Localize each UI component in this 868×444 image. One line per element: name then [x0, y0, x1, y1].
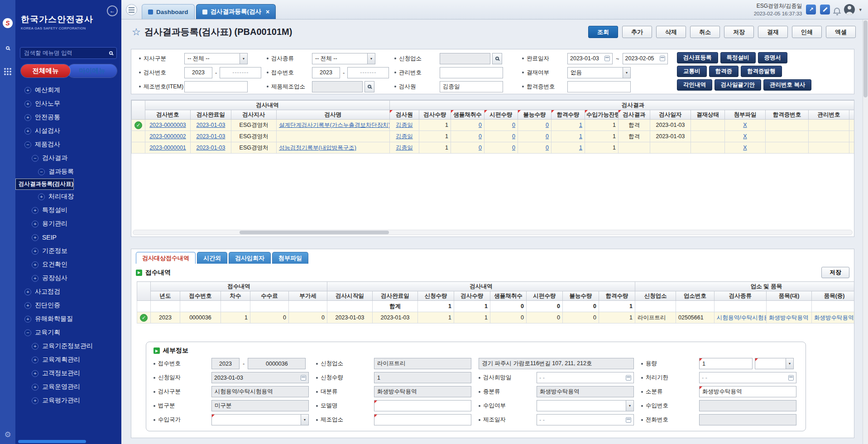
- filter-action-button[interactable]: 검사일괄기안: [715, 79, 761, 91]
- open-new-window-icon[interactable]: ↗: [806, 5, 816, 14]
- column-header[interactable]: 합격수량: [599, 291, 635, 301]
- expand-node-icon[interactable]: +: [32, 384, 38, 391]
- expand-node-icon[interactable]: +: [24, 289, 31, 295]
- sidebar-item[interactable]: +용기관리: [15, 217, 121, 231]
- cell-link[interactable]: 1: [579, 145, 582, 151]
- column-header[interactable]: 신청업소: [635, 291, 676, 301]
- expand-node-icon[interactable]: +: [32, 275, 38, 282]
- column-header[interactable]: 시편수량: [484, 110, 518, 120]
- cell-link[interactable]: 0: [479, 133, 482, 140]
- complete-from-date[interactable]: 2023-01-03: [567, 53, 613, 64]
- hamburger-menu-icon[interactable]: [126, 4, 137, 15]
- filter-action-button[interactable]: 검사표등록: [677, 52, 718, 63]
- sidebar-item[interactable]: +시설검사: [15, 124, 121, 138]
- column-header[interactable]: 제: [849, 110, 855, 120]
- column-header[interactable]: 시편수량: [527, 291, 563, 301]
- cell-link[interactable]: 1: [579, 122, 582, 128]
- sidebar-item[interactable]: +안전공통: [15, 111, 121, 124]
- item-no-input[interactable]: [184, 81, 248, 92]
- cell-link[interactable]: 2023-01-03: [197, 133, 225, 140]
- notifications-bell-icon[interactable]: [834, 8, 840, 13]
- column-header[interactable]: 수입가능잔량: [585, 110, 619, 120]
- capacity-input[interactable]: [699, 358, 753, 369]
- toolbar-button[interactable]: 엑셀: [826, 26, 856, 38]
- column-header[interactable]: 합격증번호: [766, 110, 809, 120]
- calendar-icon[interactable]: [788, 375, 794, 381]
- expand-node-icon[interactable]: +: [32, 261, 38, 268]
- insp-class-input[interactable]: [211, 386, 309, 397]
- column-header[interactable]: 결재상태: [691, 110, 725, 120]
- scrollbar-thumb[interactable]: [863, 20, 868, 97]
- sidebar-item[interactable]: +SEIP: [15, 231, 121, 244]
- cell-link[interactable]: 2023-01-03: [197, 145, 225, 151]
- tab-close-icon[interactable]: ×: [266, 8, 269, 15]
- cell-link[interactable]: 0: [546, 145, 549, 151]
- menu-search-input[interactable]: [24, 50, 106, 56]
- expand-node-icon[interactable]: +: [32, 221, 38, 227]
- insp-no-serial-input[interactable]: [220, 67, 261, 78]
- toolbar-button[interactable]: 삭제: [656, 26, 686, 38]
- sidebar-item[interactable]: +고객정보관리: [15, 367, 121, 380]
- cell-link[interactable]: 0: [512, 145, 515, 151]
- settings-gear-icon[interactable]: ⚙: [0, 430, 15, 439]
- column-header[interactable]: 검사원: [390, 110, 419, 120]
- expand-node-icon[interactable]: +: [32, 207, 38, 214]
- column-header[interactable]: 품목(중): [812, 291, 854, 301]
- all-menu-button[interactable]: 전체메뉴: [21, 64, 70, 77]
- model-input[interactable]: [374, 400, 471, 411]
- column-header[interactable]: 검사번호: [145, 110, 191, 120]
- toolbar-button[interactable]: 조회: [588, 26, 618, 38]
- product-maker-input[interactable]: [312, 81, 363, 92]
- sidebar-item[interactable]: +처리대장: [15, 190, 121, 203]
- manage-no-input[interactable]: [440, 67, 503, 78]
- column-header[interactable]: 불능수량: [518, 110, 551, 120]
- expand-node-icon[interactable]: +: [32, 397, 38, 404]
- toolbar-button[interactable]: 추가: [622, 26, 652, 38]
- column-header[interactable]: 검사결과: [619, 110, 650, 120]
- sidebar-item[interactable]: +사고점검: [15, 285, 121, 299]
- rail-search-icon[interactable]: [6, 46, 10, 50]
- column-header[interactable]: 관리번호: [809, 110, 849, 120]
- cell-link[interactable]: 0: [512, 122, 515, 128]
- sidebar-item[interactable]: −검사결과: [15, 151, 121, 165]
- column-header[interactable]: 년도: [151, 291, 180, 301]
- expand-node-icon[interactable]: +: [24, 87, 31, 94]
- edit-icon[interactable]: [820, 5, 830, 14]
- import-no-input[interactable]: [699, 400, 796, 411]
- column-header[interactable]: 신청수량: [418, 291, 454, 301]
- sidebar-scrollbar[interactable]: [18, 440, 86, 443]
- column-header[interactable]: 부가세: [289, 291, 327, 301]
- column-header[interactable]: 검사일자: [650, 110, 691, 120]
- sidebar-item[interactable]: +인사노무: [15, 97, 121, 111]
- column-header[interactable]: 수수료: [250, 291, 289, 301]
- collapse-node-icon[interactable]: −: [32, 155, 38, 162]
- sidebar-collapse-button[interactable]: ←: [107, 5, 118, 16]
- sidebar-item[interactable]: +교육계획관리: [15, 353, 121, 367]
- favorite-star-icon[interactable]: ☆: [132, 26, 141, 38]
- collapse-node-icon[interactable]: −: [24, 329, 31, 336]
- cell-link[interactable]: 김종일: [396, 122, 413, 128]
- cell-link[interactable]: 2023-0000002: [149, 133, 186, 140]
- cell-link[interactable]: 0: [546, 133, 549, 140]
- insp-no-year-input[interactable]: [184, 67, 212, 78]
- applicant-input[interactable]: [440, 53, 490, 64]
- app-tab[interactable]: Dashboard: [142, 4, 195, 19]
- user-menu-caret-icon[interactable]: ▾: [859, 7, 862, 13]
- scrollbar-thumb[interactable]: [240, 231, 389, 234]
- product-maker-search-button[interactable]: [364, 81, 374, 92]
- category-mid-input[interactable]: [537, 386, 634, 397]
- expand-node-icon[interactable]: +: [24, 101, 31, 107]
- sidebar-item[interactable]: +진단인증: [15, 299, 121, 312]
- cell-link[interactable]: 김종일: [396, 133, 413, 140]
- expand-node-icon[interactable]: +: [24, 302, 31, 309]
- cell-link[interactable]: 설계단계검사기록부(가스누출경보차단장치): [279, 122, 390, 128]
- sidebar-item[interactable]: +기준정보: [15, 244, 121, 258]
- sidebar-item[interactable]: +교육기준정보관리: [15, 339, 121, 353]
- sidebar-item[interactable]: −교육기획: [15, 326, 121, 339]
- category-large-input[interactable]: [374, 386, 471, 397]
- receipt-no-serial-input[interactable]: [347, 67, 389, 78]
- column-header[interactable]: 품목(대): [767, 291, 812, 301]
- calendar-icon[interactable]: [604, 56, 610, 61]
- column-header[interactable]: 검사완료일: [373, 291, 418, 301]
- filter-action-button[interactable]: 교통비: [677, 66, 707, 77]
